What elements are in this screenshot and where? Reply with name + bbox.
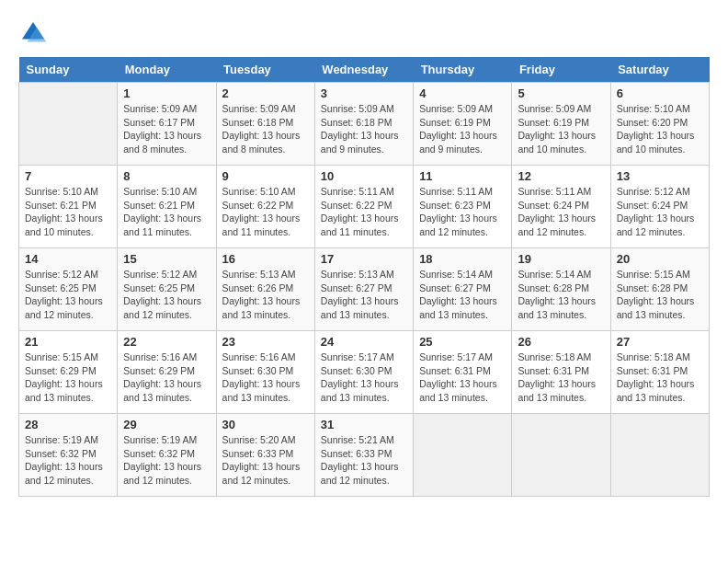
- day-number: 6: [617, 86, 703, 100]
- day-number: 28: [25, 418, 111, 431]
- day-info: Sunrise: 5:20 AM Sunset: 6:33 PM Dayligh…: [222, 433, 309, 488]
- day-number: 27: [617, 335, 703, 349]
- day-info: Sunrise: 5:09 AM Sunset: 6:19 PM Dayligh…: [419, 102, 506, 156]
- day-number: 9: [222, 169, 309, 183]
- weekday-header: Saturday: [610, 57, 709, 83]
- day-info: Sunrise: 5:19 AM Sunset: 6:32 PM Dayligh…: [25, 433, 111, 488]
- day-info: Sunrise: 5:11 AM Sunset: 6:23 PM Dayligh…: [419, 185, 506, 239]
- day-info: Sunrise: 5:10 AM Sunset: 6:22 PM Dayligh…: [222, 185, 309, 239]
- weekday-header: Wednesday: [314, 57, 413, 83]
- calendar-day-cell: 24 Sunrise: 5:17 AM Sunset: 6:30 PM Dayl…: [314, 331, 413, 414]
- day-info: Sunrise: 5:15 AM Sunset: 6:28 PM Dayligh…: [617, 268, 703, 322]
- calendar-day-cell: [512, 414, 610, 497]
- day-number: 19: [518, 252, 604, 266]
- calendar-day-cell: 1 Sunrise: 5:09 AM Sunset: 6:17 PM Dayli…: [118, 83, 216, 166]
- day-number: 12: [518, 169, 604, 183]
- day-info: Sunrise: 5:10 AM Sunset: 6:21 PM Dayligh…: [25, 185, 111, 239]
- weekday-header: Sunday: [19, 57, 118, 83]
- calendar-week-row: 1 Sunrise: 5:09 AM Sunset: 6:17 PM Dayli…: [19, 83, 710, 166]
- calendar-day-cell: 4 Sunrise: 5:09 AM Sunset: 6:19 PM Dayli…: [414, 83, 512, 166]
- weekday-header: Thursday: [414, 57, 512, 83]
- day-info: Sunrise: 5:13 AM Sunset: 6:27 PM Dayligh…: [321, 268, 407, 322]
- day-info: Sunrise: 5:17 AM Sunset: 6:31 PM Dayligh…: [419, 350, 506, 405]
- day-number: 26: [518, 335, 604, 349]
- day-number: 25: [419, 335, 506, 349]
- calendar-day-cell: 17 Sunrise: 5:13 AM Sunset: 6:27 PM Dayl…: [314, 248, 413, 331]
- calendar-day-cell: 25 Sunrise: 5:17 AM Sunset: 6:31 PM Dayl…: [414, 331, 512, 414]
- calendar-day-cell: 8 Sunrise: 5:10 AM Sunset: 6:21 PM Dayli…: [118, 166, 216, 248]
- day-number: 22: [123, 335, 210, 349]
- calendar-day-cell: 21 Sunrise: 5:15 AM Sunset: 6:29 PM Dayl…: [19, 331, 118, 414]
- page-header: [18, 18, 710, 48]
- day-info: Sunrise: 5:09 AM Sunset: 6:18 PM Dayligh…: [321, 102, 407, 156]
- logo-icon: [18, 18, 48, 48]
- calendar-day-cell: 2 Sunrise: 5:09 AM Sunset: 6:18 PM Dayli…: [216, 83, 314, 166]
- day-info: Sunrise: 5:18 AM Sunset: 6:31 PM Dayligh…: [617, 350, 703, 405]
- weekday-row: SundayMondayTuesdayWednesdayThursdayFrid…: [19, 57, 710, 83]
- calendar-day-cell: 16 Sunrise: 5:13 AM Sunset: 6:26 PM Dayl…: [216, 248, 314, 331]
- calendar-day-cell: 29 Sunrise: 5:19 AM Sunset: 6:32 PM Dayl…: [118, 414, 216, 497]
- calendar-day-cell: 31 Sunrise: 5:21 AM Sunset: 6:33 PM Dayl…: [314, 414, 413, 497]
- day-number: 8: [123, 169, 210, 183]
- calendar-week-row: 28 Sunrise: 5:19 AM Sunset: 6:32 PM Dayl…: [19, 414, 710, 497]
- day-number: 17: [321, 252, 407, 266]
- day-number: 3: [321, 86, 407, 100]
- weekday-header: Friday: [512, 57, 610, 83]
- day-number: 23: [222, 335, 309, 349]
- calendar-day-cell: 23 Sunrise: 5:16 AM Sunset: 6:30 PM Dayl…: [216, 331, 314, 414]
- day-info: Sunrise: 5:12 AM Sunset: 6:25 PM Dayligh…: [25, 268, 111, 322]
- day-info: Sunrise: 5:14 AM Sunset: 6:28 PM Dayligh…: [518, 268, 604, 322]
- logo: [18, 18, 51, 48]
- calendar-day-cell: 14 Sunrise: 5:12 AM Sunset: 6:25 PM Dayl…: [19, 248, 118, 331]
- day-info: Sunrise: 5:12 AM Sunset: 6:24 PM Dayligh…: [617, 185, 703, 239]
- calendar-day-cell: 13 Sunrise: 5:12 AM Sunset: 6:24 PM Dayl…: [610, 166, 709, 248]
- day-number: 30: [222, 418, 309, 431]
- day-info: Sunrise: 5:13 AM Sunset: 6:26 PM Dayligh…: [222, 268, 309, 322]
- calendar-body: 1 Sunrise: 5:09 AM Sunset: 6:17 PM Dayli…: [19, 83, 710, 497]
- day-info: Sunrise: 5:09 AM Sunset: 6:19 PM Dayligh…: [518, 102, 604, 156]
- day-info: Sunrise: 5:10 AM Sunset: 6:20 PM Dayligh…: [617, 102, 703, 156]
- day-number: 10: [321, 169, 407, 183]
- calendar-day-cell: 27 Sunrise: 5:18 AM Sunset: 6:31 PM Dayl…: [610, 331, 709, 414]
- day-number: 15: [123, 252, 210, 266]
- calendar-day-cell: 7 Sunrise: 5:10 AM Sunset: 6:21 PM Dayli…: [19, 166, 118, 248]
- calendar-day-cell: 11 Sunrise: 5:11 AM Sunset: 6:23 PM Dayl…: [414, 166, 512, 248]
- day-info: Sunrise: 5:14 AM Sunset: 6:27 PM Dayligh…: [419, 268, 506, 322]
- day-info: Sunrise: 5:09 AM Sunset: 6:18 PM Dayligh…: [222, 102, 309, 156]
- calendar-table: SundayMondayTuesdayWednesdayThursdayFrid…: [18, 57, 710, 497]
- weekday-header: Tuesday: [216, 57, 314, 83]
- day-number: 11: [419, 169, 506, 183]
- day-number: 21: [25, 335, 111, 349]
- day-info: Sunrise: 5:12 AM Sunset: 6:25 PM Dayligh…: [123, 268, 210, 322]
- day-number: 1: [123, 86, 210, 100]
- day-info: Sunrise: 5:11 AM Sunset: 6:24 PM Dayligh…: [518, 185, 604, 239]
- calendar-header: SundayMondayTuesdayWednesdayThursdayFrid…: [19, 57, 710, 83]
- day-info: Sunrise: 5:16 AM Sunset: 6:29 PM Dayligh…: [123, 350, 210, 405]
- day-number: 16: [222, 252, 309, 266]
- day-info: Sunrise: 5:11 AM Sunset: 6:22 PM Dayligh…: [321, 185, 407, 239]
- day-number: 18: [419, 252, 506, 266]
- weekday-header: Monday: [118, 57, 216, 83]
- calendar-day-cell: 15 Sunrise: 5:12 AM Sunset: 6:25 PM Dayl…: [118, 248, 216, 331]
- calendar-day-cell: 10 Sunrise: 5:11 AM Sunset: 6:22 PM Dayl…: [314, 166, 413, 248]
- day-number: 13: [617, 169, 703, 183]
- day-info: Sunrise: 5:09 AM Sunset: 6:17 PM Dayligh…: [123, 102, 210, 156]
- calendar-day-cell: 3 Sunrise: 5:09 AM Sunset: 6:18 PM Dayli…: [314, 83, 413, 166]
- calendar-week-row: 7 Sunrise: 5:10 AM Sunset: 6:21 PM Dayli…: [19, 166, 710, 248]
- day-number: 5: [518, 86, 604, 100]
- day-info: Sunrise: 5:21 AM Sunset: 6:33 PM Dayligh…: [321, 433, 407, 488]
- calendar-day-cell: 28 Sunrise: 5:19 AM Sunset: 6:32 PM Dayl…: [19, 414, 118, 497]
- day-number: 2: [222, 86, 309, 100]
- day-info: Sunrise: 5:18 AM Sunset: 6:31 PM Dayligh…: [518, 350, 604, 405]
- day-number: 24: [321, 335, 407, 349]
- calendar-day-cell: 12 Sunrise: 5:11 AM Sunset: 6:24 PM Dayl…: [512, 166, 610, 248]
- calendar-day-cell: 5 Sunrise: 5:09 AM Sunset: 6:19 PM Dayli…: [512, 83, 610, 166]
- day-number: 7: [25, 169, 111, 183]
- calendar-day-cell: [414, 414, 512, 497]
- day-info: Sunrise: 5:15 AM Sunset: 6:29 PM Dayligh…: [25, 350, 111, 405]
- calendar-week-row: 21 Sunrise: 5:15 AM Sunset: 6:29 PM Dayl…: [19, 331, 710, 414]
- day-number: 31: [321, 418, 407, 431]
- calendar-day-cell: 22 Sunrise: 5:16 AM Sunset: 6:29 PM Dayl…: [118, 331, 216, 414]
- calendar-day-cell: 9 Sunrise: 5:10 AM Sunset: 6:22 PM Dayli…: [216, 166, 314, 248]
- day-info: Sunrise: 5:16 AM Sunset: 6:30 PM Dayligh…: [222, 350, 309, 405]
